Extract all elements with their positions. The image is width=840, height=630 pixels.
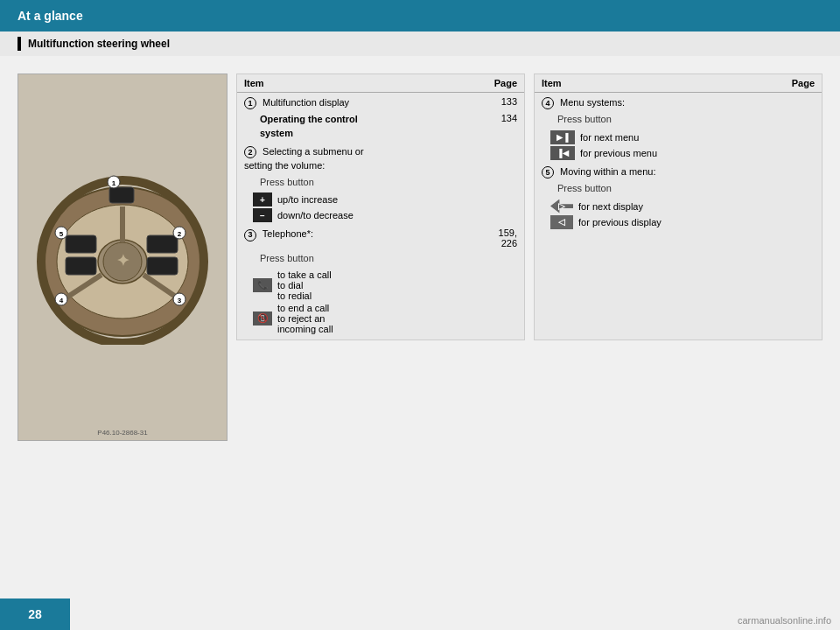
press-button-label-4: Press button — [557, 114, 612, 124]
table-row: 5 Moving within a menu: — [542, 165, 815, 178]
item-control-page: 134 — [482, 113, 517, 123]
item-4-label: Menu systems: — [560, 97, 625, 108]
sub-header: Multifunction steering wheel — [0, 32, 840, 56]
button-row-call: 📞 to take a callto dialto redial — [253, 270, 517, 301]
press-button-label-5: Press button — [557, 183, 612, 193]
table-row: Press button — [542, 113, 815, 126]
sub-header-title: Multifunction steering wheel — [28, 38, 170, 50]
svg-rect-9 — [66, 235, 96, 253]
table-row: Press button — [244, 176, 517, 189]
call-label: to take a callto dialto redial — [277, 270, 332, 301]
button-row-endcall: 📵 to end a callto reject anincoming call — [253, 303, 517, 334]
item-3-page: 159,226 — [482, 228, 517, 248]
main-content: ✦ 1 2 3 4 — [0, 56, 840, 595]
prev-display-button-icon: ◁ — [550, 215, 573, 229]
press-button-label-3: Press button — [260, 253, 314, 263]
tables-container: Item Page 1 Multifunction display 133 Op… — [236, 74, 822, 340]
svg-rect-11 — [147, 235, 178, 253]
prev-menu-label: for previous menu — [580, 148, 657, 158]
svg-rect-12 — [147, 257, 178, 275]
steering-wheel-svg: ✦ 1 2 3 4 — [26, 170, 219, 345]
next-menu-button-icon: ▶▐ — [550, 130, 575, 144]
plus-button-icon: + — [253, 192, 272, 206]
next-display-button-icon: ▷ — [550, 200, 573, 214]
left-table-body: 1 Multifunction display 133 Operating th… — [237, 93, 524, 340]
header-title: At a glance — [18, 9, 83, 23]
button-row-next-menu: ▶▐ for next menu — [550, 130, 815, 144]
minus-button-icon: − — [253, 208, 272, 222]
svg-text:✦: ✦ — [116, 252, 130, 270]
item-3-label: Telephone*: — [262, 228, 313, 239]
next-display-label: for next display — [578, 201, 643, 212]
svg-rect-13 — [109, 187, 134, 203]
right-table-header: Item Page — [535, 74, 822, 93]
item-control-label: Operating the controlsystem — [260, 114, 358, 137]
svg-text:3: 3 — [178, 297, 182, 304]
next-menu-label: for next menu — [580, 132, 639, 143]
prev-display-label: for previous display — [578, 217, 662, 228]
item-num-1: 1 — [244, 97, 256, 109]
item-1-label: Multifunction display — [262, 97, 349, 108]
svg-text:5: 5 — [60, 230, 64, 238]
left-col-page-header: Page — [482, 78, 517, 88]
table-row: 2 Selecting a submenu orsetting the volu… — [244, 145, 517, 172]
table-row: Press button — [244, 252, 517, 265]
call-button-icon: 📞 — [253, 278, 272, 292]
page-header: At a glance — [0, 0, 840, 32]
right-col-page-header: Page — [780, 78, 815, 88]
table-row: 4 Menu systems: — [542, 96, 815, 109]
item-num-3: 3 — [244, 229, 256, 242]
table-row: 1 Multifunction display 133 — [244, 96, 517, 109]
item-num-2: 2 — [244, 146, 256, 158]
button-row-minus: − down/to decrease — [253, 208, 517, 222]
prev-menu-button-icon: ▐◀ — [550, 146, 575, 160]
right-table: Item Page 4 Menu systems: Press button — [534, 74, 822, 340]
table-row: Operating the controlsystem 134 — [244, 113, 517, 140]
item-num-4: 4 — [542, 97, 554, 109]
page-number: 28 — [0, 598, 70, 630]
button-row-next-display: ▷ for next display — [550, 200, 815, 214]
table-row: 3 Telephone*: 159,226 — [244, 228, 517, 248]
svg-text:1: 1 — [112, 179, 116, 187]
sub-header-bar — [18, 37, 21, 51]
svg-text:2: 2 — [178, 230, 182, 238]
right-col-item-header: Item — [542, 78, 780, 88]
right-table-body: 4 Menu systems: Press button ▶▐ for next… — [535, 93, 822, 234]
left-table: Item Page 1 Multifunction display 133 Op… — [236, 74, 525, 340]
table-row: Press button — [542, 182, 815, 195]
button-row-plus: + up/to increase — [253, 192, 517, 206]
button-row-prev-menu: ▐◀ for previous menu — [550, 146, 815, 160]
item-5-label: Moving within a menu: — [560, 166, 655, 177]
left-col-item-header: Item — [244, 78, 482, 88]
minus-label: down/to decrease — [277, 210, 354, 220]
item-1-page: 133 — [482, 96, 517, 107]
svg-rect-10 — [66, 257, 96, 275]
press-button-label-2: Press button — [260, 177, 314, 187]
photo-label: P46.10-2868-31 — [97, 429, 147, 437]
endcall-button-icon: 📵 — [253, 312, 272, 326]
item-2-label: Selecting a submenu orsetting the volume… — [244, 146, 364, 170]
left-table-header: Item Page — [237, 74, 524, 93]
svg-text:4: 4 — [60, 297, 64, 304]
button-row-prev-display: ◁ for previous display — [550, 215, 815, 229]
plus-label: up/to increase — [277, 194, 338, 205]
item-num-5: 5 — [542, 166, 554, 178]
watermark: carmanualsonline.info — [738, 615, 831, 626]
steering-wheel-image: ✦ 1 2 3 4 — [18, 74, 228, 441]
endcall-label: to end a callto reject anincoming call — [277, 303, 333, 334]
